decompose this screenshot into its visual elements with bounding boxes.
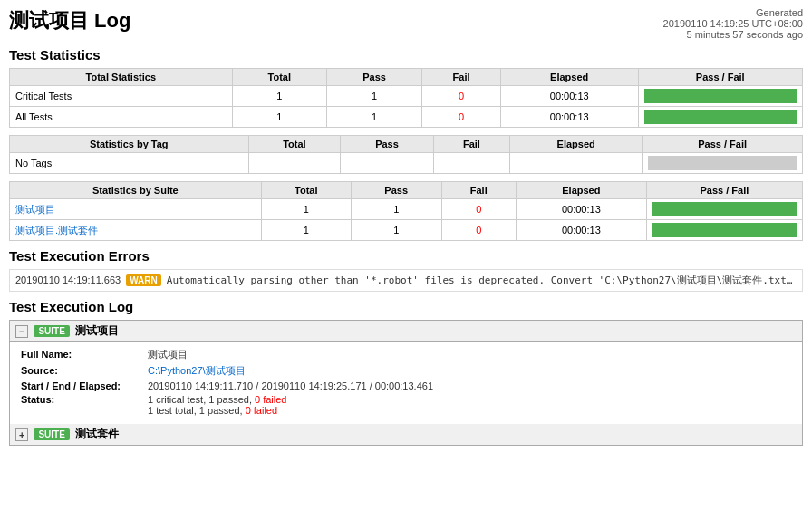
suite-name-main: 测试项目 (75, 323, 119, 339)
total-stats-name-col: Total Statistics (10, 69, 233, 86)
row-fail: 0 (441, 220, 516, 241)
row-name: 测试项目.测试套件 (10, 220, 262, 241)
suite-stats-name-col: Statistics by Suite (10, 182, 262, 199)
total-stats-fail-col: Fail (422, 69, 501, 86)
row-elapsed: 00:00:13 (500, 86, 638, 107)
nested-suite-badge: SUITE (34, 428, 69, 440)
source-value: C:\Python27\测试项目 (148, 364, 246, 378)
row-passfail (638, 86, 802, 107)
warn-badge: WARN (126, 274, 161, 286)
row-fail: 0 (422, 86, 501, 107)
pass-bar (644, 110, 797, 124)
status-line1: 1 critical test, 1 passed, 0 failed (148, 394, 286, 405)
total-stats-pass-col: Pass (327, 69, 422, 86)
suite-badge-main: SUITE (34, 325, 69, 337)
row-pass: 1 (351, 220, 441, 241)
tag-stats-passfail-col: Pass / Fail (643, 136, 803, 153)
error-timestamp: 20190110 14:19:11.663 (15, 274, 121, 285)
nested-suite-name: 测试套件 (75, 427, 119, 442)
suite-stats-pass-col: Pass (351, 182, 441, 199)
generated-time: 20190110 14:19:25 UTC+08:00 (663, 18, 803, 29)
row-pass: 1 (327, 107, 422, 128)
page-title: 测试项目 Log (9, 7, 130, 34)
row-fail (433, 153, 510, 174)
tag-stats-elapsed-col: Elapsed (510, 136, 643, 153)
row-pass: 1 (327, 86, 422, 107)
row-elapsed: 00:00:13 (516, 199, 646, 220)
suite-header-main: − SUITE 测试项目 (10, 321, 802, 342)
pass-bar-container (644, 110, 797, 124)
generated-ago: 5 minutes 57 seconds ago (663, 29, 803, 40)
startend-label: Start / End / Elapsed: (21, 380, 148, 391)
tag-statistics-table: Statistics by Tag Total Pass Fail Elapse… (9, 135, 803, 174)
error-message: Automatically parsing other than '*.robo… (167, 274, 797, 287)
row-passfail (646, 220, 802, 241)
pass-bar (652, 202, 797, 216)
total-statistics-table: Total Statistics Total Pass Fail Elapsed… (9, 68, 803, 128)
source-label: Source: (21, 365, 148, 376)
row-name: Critical Tests (10, 86, 233, 107)
suite-link[interactable]: 测试项目 (15, 204, 55, 215)
nested-suite-header: + SUITE 测试套件 (10, 424, 802, 445)
tag-stats-fail-col: Fail (433, 136, 510, 153)
errors-container: 20190110 14:19:11.663 WARN Automatically… (9, 269, 803, 292)
test-statistics-title: Test Statistics (9, 47, 803, 63)
pass-bar-container (652, 223, 797, 237)
row-total (248, 153, 341, 174)
row-fail: 0 (441, 199, 516, 220)
fullname-row: Full Name: 测试项目 (21, 348, 791, 361)
suite-stats-fail-col: Fail (441, 182, 516, 199)
execution-log-section: Test Execution Log − SUITE 测试项目 Full Nam… (9, 299, 803, 446)
tag-stats-name-col: Statistics by Tag (10, 136, 249, 153)
row-passfail (646, 199, 802, 220)
generated-label: Generated (663, 7, 803, 18)
row-fail: 0 (422, 107, 501, 128)
suite-block-main: − SUITE 测试项目 Full Name: 测试项目 Source: C:\… (9, 320, 803, 446)
fullname-label: Full Name: (21, 349, 148, 360)
suite-stats-elapsed-col: Elapsed (516, 182, 646, 199)
source-row: Source: C:\Python27\测试项目 (21, 364, 791, 378)
row-total: 1 (232, 107, 326, 128)
execution-log-title: Test Execution Log (9, 299, 803, 314)
suite-toggle-main[interactable]: − (15, 325, 28, 338)
total-stats-elapsed-col: Elapsed (500, 69, 638, 86)
critical-failed: 0 failed (255, 394, 286, 405)
row-total: 1 (261, 199, 351, 220)
status-line2: 1 test total, 1 passed, 0 failed (148, 405, 286, 416)
row-elapsed: 00:00:13 (500, 107, 638, 128)
table-row: 测试项目 1 1 0 00:00:13 (10, 199, 803, 220)
suite-stats-passfail-col: Pass / Fail (646, 182, 802, 199)
row-total: 1 (261, 220, 351, 241)
generated-info: Generated 20190110 14:19:25 UTC+08:00 5 … (663, 7, 803, 40)
error-row: 20190110 14:19:11.663 WARN Automatically… (9, 269, 803, 292)
nested-suite-toggle[interactable]: + (15, 428, 28, 441)
startend-value: 20190110 14:19:11.710 / 20190110 14:19:2… (148, 380, 433, 391)
suite-stats-total-col: Total (261, 182, 351, 199)
row-name: 测试项目 (10, 199, 262, 220)
startend-row: Start / End / Elapsed: 20190110 14:19:11… (21, 380, 791, 391)
suite-statistics-table: Statistics by Suite Total Pass Fail Elap… (9, 181, 803, 241)
table-row: No Tags (10, 153, 803, 174)
pass-bar-container (648, 156, 797, 170)
execution-errors-title: Test Execution Errors (9, 248, 803, 264)
status-row: Status: 1 critical test, 1 passed, 0 fai… (21, 394, 791, 416)
suite-body-main: Full Name: 测试项目 Source: C:\Python27\测试项目… (10, 342, 802, 424)
row-name: All Tests (10, 107, 233, 128)
status-value: 1 critical test, 1 passed, 0 failed 1 te… (148, 394, 286, 416)
test-statistics-section: Test Statistics Total Statistics Total P… (9, 47, 803, 241)
total-stats-passfail-col: Pass / Fail (638, 69, 802, 86)
row-pass: 1 (351, 199, 441, 220)
suite-link[interactable]: 测试项目.测试套件 (15, 225, 98, 236)
pass-bar (644, 89, 797, 103)
table-row: 测试项目.测试套件 1 1 0 00:00:13 (10, 220, 803, 241)
row-passfail (638, 107, 802, 128)
source-link[interactable]: C:\Python27\测试项目 (148, 365, 246, 376)
row-name: No Tags (10, 153, 249, 174)
total-failed: 0 failed (246, 405, 277, 416)
row-pass (341, 153, 433, 174)
row-passfail (643, 153, 803, 174)
tag-stats-total-col: Total (248, 136, 341, 153)
table-row: Critical Tests 1 1 0 00:00:13 (10, 86, 803, 107)
total-stats-total-col: Total (232, 69, 326, 86)
status-label: Status: (21, 394, 148, 405)
